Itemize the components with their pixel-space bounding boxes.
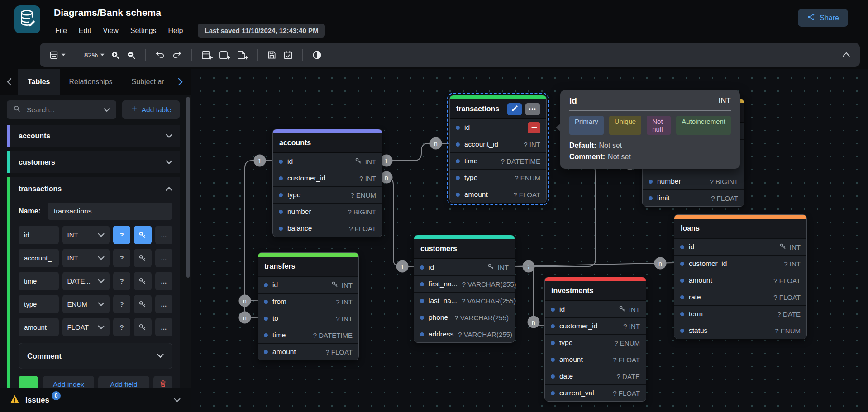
add-table-sidebar-button[interactable]: Add table: [122, 100, 180, 119]
zoom-out-button[interactable]: [126, 50, 136, 60]
save-button[interactable]: [267, 50, 277, 60]
issues-bar[interactable]: Issues 0: [0, 388, 191, 412]
add-area-button[interactable]: [219, 50, 230, 61]
commit-button[interactable]: [283, 50, 293, 60]
field-more-button[interactable]: ...: [155, 249, 172, 267]
table-color-swatch[interactable]: [19, 376, 38, 388]
chevron-down-icon[interactable]: [166, 158, 172, 166]
table-header[interactable]: customers: [414, 239, 515, 259]
tabs-scroll-right-icon[interactable]: [174, 69, 187, 95]
table-field-row[interactable]: number? BIGINT: [273, 203, 382, 220]
chevron-up-icon[interactable]: [166, 185, 172, 193]
table-field-row[interactable]: type? ENUM: [273, 186, 382, 203]
relationship-line[interactable]: [515, 266, 544, 325]
menu-settings[interactable]: Settings: [124, 24, 162, 37]
table-field-row[interactable]: status? ENUM: [674, 322, 806, 339]
theme-toggle-icon[interactable]: [312, 50, 322, 60]
table-field-row[interactable]: from? INT: [258, 293, 358, 310]
field-more-button[interactable]: ...: [155, 226, 172, 244]
table-header[interactable]: transactions•••: [450, 99, 546, 119]
table-field-row[interactable]: idINT: [545, 301, 646, 317]
table-header[interactable]: transfers: [258, 257, 358, 276]
tabs-scroll-left-icon[interactable]: [0, 69, 18, 95]
primary-key-toggle-button[interactable]: [134, 249, 151, 267]
diagram-table-customers[interactable]: customersidINTfirst_na...? VARCHAR(255)l…: [414, 235, 515, 343]
menu-edit[interactable]: Edit: [73, 24, 97, 37]
comment-section[interactable]: Comment: [19, 343, 172, 369]
tab-tables[interactable]: Tables: [18, 69, 60, 95]
table-field-row[interactable]: idINT: [414, 259, 515, 275]
diagram-table-accounts[interactable]: accountsidINTcustomer_id? INTtype? ENUMn…: [272, 129, 382, 237]
table-field-row[interactable]: date? DATE: [545, 368, 646, 384]
add-note-button[interactable]: [236, 50, 248, 61]
tab-relationships[interactable]: Relationships: [60, 69, 122, 95]
add-index-button[interactable]: Add index: [43, 376, 94, 388]
redo-button[interactable]: [172, 50, 182, 60]
table-field-row[interactable]: type? ENUM: [450, 169, 546, 186]
field-name-input[interactable]: id: [19, 226, 59, 244]
nullable-toggle-button[interactable]: ?: [113, 272, 130, 290]
table-field-row[interactable]: idINT: [674, 238, 806, 255]
collapse-toolbar-button[interactable]: [842, 51, 851, 59]
field-name-input[interactable]: amount: [19, 318, 59, 336]
field-name-input[interactable]: type: [19, 295, 59, 313]
table-field-row[interactable]: balance? FLOAT: [273, 220, 382, 237]
table-field-row[interactable]: idINT: [273, 153, 382, 170]
table-header[interactable]: loans: [674, 219, 806, 238]
table-field-row[interactable]: to? INT: [258, 310, 358, 327]
nullable-toggle-button[interactable]: ?: [113, 249, 130, 267]
table-field-row[interactable]: customer_id? INT: [674, 255, 806, 272]
table-field-row[interactable]: idINT: [258, 276, 358, 293]
delete-field-button[interactable]: [528, 122, 540, 133]
field-more-button[interactable]: ...: [155, 318, 172, 336]
primary-key-toggle-button[interactable]: [134, 226, 151, 244]
sidebar-scrollbar-thumb[interactable]: [186, 97, 190, 278]
table-field-row[interactable]: customer_id? INT: [273, 170, 382, 186]
table-header[interactable]: accounts: [273, 133, 382, 153]
delete-table-button[interactable]: [153, 376, 172, 388]
table-name-input[interactable]: transactions: [48, 203, 172, 220]
table-field-row[interactable]: amount? FLOAT: [545, 351, 646, 368]
menu-help[interactable]: Help: [162, 24, 189, 37]
table-field-row[interactable]: amount? FLOAT: [450, 186, 546, 203]
chevron-down-icon[interactable]: [157, 352, 164, 360]
search-input[interactable]: Search...: [7, 100, 116, 119]
diagram-canvas[interactable]: 1nn1n1n1nnn accountsidINTcustomer_id? IN…: [191, 69, 868, 412]
chevron-down-icon[interactable]: [174, 396, 181, 404]
sidebar-item-accounts[interactable]: accounts: [7, 125, 180, 147]
share-button[interactable]: Share: [798, 9, 848, 27]
table-field-row[interactable]: term? DATE: [674, 305, 806, 322]
primary-key-toggle-button[interactable]: [134, 318, 151, 336]
table-field-row[interactable]: number? BIGINT: [643, 173, 744, 189]
relationship-line[interactable]: [382, 177, 414, 266]
table-more-button[interactable]: •••: [525, 103, 540, 115]
field-type-select[interactable]: ENUM: [62, 295, 110, 313]
menu-view[interactable]: View: [97, 24, 124, 37]
table-field-row[interactable]: first_na...? VARCHAR(255): [414, 275, 515, 292]
table-field-row[interactable]: amount? FLOAT: [674, 272, 806, 289]
field-type-select[interactable]: DATE...: [62, 272, 110, 290]
table-header[interactable]: investments: [545, 281, 646, 301]
nullable-toggle-button[interactable]: ?: [113, 226, 130, 244]
tab-subject-ar[interactable]: Subject ar: [122, 69, 174, 95]
table-field-row[interactable]: customer_id? INT: [545, 317, 646, 334]
zoom-in-button[interactable]: [110, 50, 120, 60]
table-field-row[interactable]: phone? VARCHAR(255): [414, 309, 515, 326]
field-more-button[interactable]: ...: [155, 272, 172, 290]
field-type-select[interactable]: INT: [62, 249, 110, 267]
sidebar-item-transactions[interactable]: transactions: [19, 177, 172, 201]
sidebar-item-customers[interactable]: customers: [7, 151, 180, 173]
primary-key-toggle-button[interactable]: [134, 295, 151, 313]
field-name-input[interactable]: time: [19, 272, 59, 290]
zoom-level-dropdown[interactable]: 82%: [84, 51, 105, 59]
diagram-table-transfers[interactable]: transfersidINTfrom? INTto? INTtime? DATE…: [258, 252, 359, 360]
diagram-table-transactions[interactable]: transactions•••idaccount_id? INTtime? DA…: [449, 95, 547, 203]
diagram-table-investments[interactable]: investmentsidINTcustomer_id? INTtype? EN…: [544, 277, 646, 402]
table-field-row[interactable]: rate? FLOAT: [674, 289, 806, 305]
table-field-row[interactable]: current_val? FLOAT: [545, 384, 646, 401]
table-field-row[interactable]: limit? FLOAT: [643, 189, 744, 206]
table-field-row[interactable]: id: [450, 119, 546, 136]
add-table-button[interactable]: [201, 50, 213, 61]
field-type-select[interactable]: FLOAT: [62, 318, 110, 336]
table-field-row[interactable]: type? ENUM: [545, 334, 646, 351]
